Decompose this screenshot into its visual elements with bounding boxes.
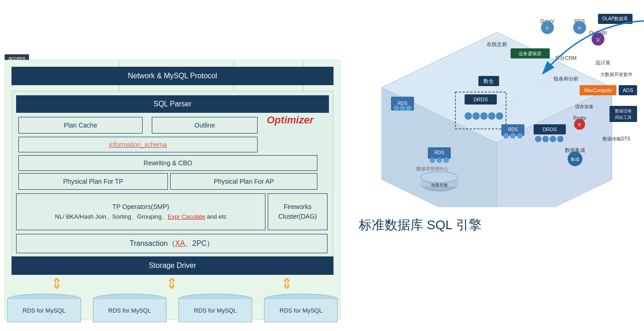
svg-point-11	[394, 105, 399, 111]
arrow-up-down-2: ⇕	[166, 275, 178, 292]
svg-text:数据迁移: 数据迁移	[615, 109, 632, 113]
optimizer-label: Optimizer	[267, 114, 322, 126]
svg-point-34	[430, 157, 435, 163]
main-container: access sql engine storage Network & MySQ…	[0, 0, 644, 331]
svg-point-29	[542, 136, 549, 142]
svg-text:RDS: RDS	[508, 127, 518, 132]
storage-driver-bar: Storage Driver	[12, 256, 334, 275]
sql-parser-bar: SQL Parser	[16, 95, 329, 113]
svg-point-17	[472, 112, 480, 120]
svg-point-25	[517, 133, 523, 139]
svg-text:在线交易: 在线交易	[487, 41, 507, 47]
physical-ap-box: Physical Plan For AP	[170, 173, 317, 190]
rds-cylinder-2: RDS for MySQL	[93, 294, 167, 324]
svg-text:R: R	[578, 122, 581, 127]
expr-underline: Expr Caculate	[168, 213, 206, 220]
svg-point-39	[421, 172, 458, 183]
rds-cylinder-3: RDS for MySQL	[178, 294, 252, 324]
svg-point-13	[406, 105, 411, 111]
svg-text:数据库管理中心: 数据库管理中心	[416, 166, 448, 171]
arrow-up-down-3: ⇕	[281, 275, 293, 292]
svg-text:海量存储: 海量存储	[431, 183, 448, 187]
rewriting-box: Rewriting & CBO	[18, 155, 317, 171]
svg-text:数仓: 数仓	[483, 78, 494, 84]
svg-point-24	[510, 133, 516, 139]
cylinder-body-1: RDS for MySQL	[7, 299, 81, 322]
svg-text:DRDS: DRDS	[542, 127, 557, 132]
cylinder-body-3: RDS for MySQL	[178, 299, 252, 322]
blue-arrow-svg	[506, 5, 644, 106]
svg-point-28	[535, 136, 541, 142]
svg-point-12	[400, 105, 405, 111]
svg-point-19	[488, 112, 495, 120]
svg-text:集成: 集成	[571, 157, 579, 162]
cylinder-body-4: RDS for MySQL	[264, 299, 338, 322]
network-bar: Network & MySQL Protocol	[12, 67, 334, 85]
svg-point-20	[496, 112, 503, 120]
svg-text:RDS: RDS	[434, 150, 444, 155]
xa-label: XA	[175, 239, 185, 247]
svg-point-31	[557, 136, 564, 142]
plan-cache-box: Plan Cache	[18, 117, 143, 134]
physical-tp-box: Physical Plan For TP	[18, 173, 168, 190]
svg-text:DRDS: DRDS	[473, 97, 488, 102]
rds-cylinder-4: RDS for MySQL	[264, 294, 338, 324]
info-schema-box: information_schema	[18, 137, 258, 152]
cylinder-body-2: RDS for MySQL	[93, 299, 167, 322]
arrow-up-down-1: ⇕	[51, 275, 63, 292]
svg-text:数据传输DTS: 数据传输DTS	[603, 136, 630, 141]
svg-point-30	[550, 136, 556, 142]
left-panel: access sql engine storage Network & MySQ…	[0, 0, 350, 331]
fireworks-box: Fireworks Cluster(DAG)	[268, 193, 328, 230]
tp-operators-box: TP Operators(SMP) NL/ BKA/Hash Join、Sort…	[16, 193, 265, 230]
svg-text:同比工具: 同比工具	[615, 115, 632, 120]
svg-point-18	[480, 112, 488, 120]
svg-text:RDS: RDS	[397, 101, 407, 106]
svg-point-16	[465, 112, 472, 120]
transaction-box: Transaction（XA、2PC）	[16, 234, 328, 253]
svg-point-23	[503, 133, 509, 139]
right-title: 标准数据库 SQL 引擎	[359, 216, 482, 234]
rds-cylinder-1: RDS for MySQL	[7, 294, 81, 324]
right-panel: RDS DRDS RDS DRDS	[350, 0, 644, 331]
rds-row: RDS for MySQL RDS for MySQL RDS for MySQ…	[5, 294, 340, 324]
outline-box: Outline	[152, 117, 258, 134]
svg-point-36	[443, 157, 449, 163]
svg-point-35	[437, 157, 442, 163]
